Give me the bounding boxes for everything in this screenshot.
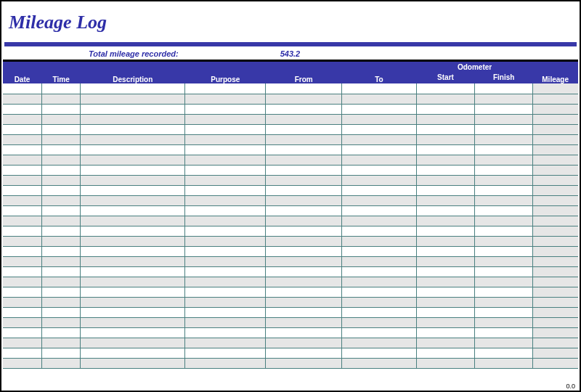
table-cell[interactable] xyxy=(41,124,80,134)
table-cell[interactable] xyxy=(266,327,342,338)
table-cell[interactable] xyxy=(185,216,266,226)
table-cell[interactable] xyxy=(266,307,342,317)
table-cell[interactable] xyxy=(81,246,185,256)
table-cell[interactable] xyxy=(475,175,533,185)
table-cell[interactable] xyxy=(475,114,533,124)
table-cell[interactable] xyxy=(266,358,342,368)
table-cell[interactable] xyxy=(533,277,578,287)
table-cell[interactable] xyxy=(3,327,41,338)
table-cell[interactable] xyxy=(81,358,185,368)
table-cell[interactable] xyxy=(3,246,41,256)
table-cell[interactable] xyxy=(416,83,474,94)
table-cell[interactable] xyxy=(3,266,41,277)
table-cell[interactable] xyxy=(185,175,266,185)
table-cell[interactable] xyxy=(41,165,80,175)
table-cell[interactable] xyxy=(342,195,417,205)
table-cell[interactable] xyxy=(342,358,417,368)
table-cell[interactable] xyxy=(342,287,417,297)
table-cell[interactable] xyxy=(266,246,342,256)
table-cell[interactable] xyxy=(41,236,80,246)
table-cell[interactable] xyxy=(185,144,266,155)
table-cell[interactable] xyxy=(266,114,342,124)
table-cell[interactable] xyxy=(266,297,342,307)
table-cell[interactable] xyxy=(185,114,266,124)
table-cell[interactable] xyxy=(185,124,266,134)
table-cell[interactable] xyxy=(533,338,578,348)
table-cell[interactable] xyxy=(185,83,266,94)
table-cell[interactable] xyxy=(475,297,533,307)
table-cell[interactable] xyxy=(342,297,417,307)
table-cell[interactable] xyxy=(342,236,417,246)
table-cell[interactable] xyxy=(475,348,533,358)
table-cell[interactable] xyxy=(3,297,41,307)
table-cell[interactable] xyxy=(416,327,474,338)
table-cell[interactable] xyxy=(185,104,266,114)
table-cell[interactable] xyxy=(266,94,342,104)
table-cell[interactable] xyxy=(81,195,185,205)
table-cell[interactable] xyxy=(185,307,266,317)
table-cell[interactable] xyxy=(342,205,417,216)
table-cell[interactable] xyxy=(3,348,41,358)
table-cell[interactable] xyxy=(475,94,533,104)
table-cell[interactable] xyxy=(81,104,185,114)
table-cell[interactable] xyxy=(416,358,474,368)
table-cell[interactable] xyxy=(41,155,80,165)
table-cell[interactable] xyxy=(266,205,342,216)
table-cell[interactable] xyxy=(533,297,578,307)
table-cell[interactable] xyxy=(41,83,80,94)
table-cell[interactable] xyxy=(81,307,185,317)
table-cell[interactable] xyxy=(533,165,578,175)
table-cell[interactable] xyxy=(266,165,342,175)
table-cell[interactable] xyxy=(533,246,578,256)
table-cell[interactable] xyxy=(342,155,417,165)
table-cell[interactable] xyxy=(266,124,342,134)
table-cell[interactable] xyxy=(185,287,266,297)
table-cell[interactable] xyxy=(533,317,578,327)
table-cell[interactable] xyxy=(41,226,80,236)
table-cell[interactable] xyxy=(342,175,417,185)
table-cell[interactable] xyxy=(416,246,474,256)
table-cell[interactable] xyxy=(475,155,533,165)
table-cell[interactable] xyxy=(3,175,41,185)
table-cell[interactable] xyxy=(3,287,41,297)
table-cell[interactable] xyxy=(416,134,474,144)
table-cell[interactable] xyxy=(41,348,80,358)
table-cell[interactable] xyxy=(185,165,266,175)
table-cell[interactable] xyxy=(41,114,80,124)
table-cell[interactable] xyxy=(475,327,533,338)
table-cell[interactable] xyxy=(416,104,474,114)
table-cell[interactable] xyxy=(3,307,41,317)
table-cell[interactable] xyxy=(533,185,578,195)
table-cell[interactable] xyxy=(342,216,417,226)
table-cell[interactable] xyxy=(41,175,80,185)
table-cell[interactable] xyxy=(41,185,80,195)
table-cell[interactable] xyxy=(342,94,417,104)
table-cell[interactable] xyxy=(3,155,41,165)
table-cell[interactable] xyxy=(81,175,185,185)
table-cell[interactable] xyxy=(185,246,266,256)
table-cell[interactable] xyxy=(81,114,185,124)
table-cell[interactable] xyxy=(266,185,342,195)
table-cell[interactable] xyxy=(533,205,578,216)
table-cell[interactable] xyxy=(416,348,474,358)
table-cell[interactable] xyxy=(533,134,578,144)
table-cell[interactable] xyxy=(533,114,578,124)
table-cell[interactable] xyxy=(475,226,533,236)
table-cell[interactable] xyxy=(3,216,41,226)
table-cell[interactable] xyxy=(185,134,266,144)
table-cell[interactable] xyxy=(81,226,185,236)
table-cell[interactable] xyxy=(41,266,80,277)
table-cell[interactable] xyxy=(185,195,266,205)
table-cell[interactable] xyxy=(475,83,533,94)
table-cell[interactable] xyxy=(41,246,80,256)
table-cell[interactable] xyxy=(266,175,342,185)
table-cell[interactable] xyxy=(185,317,266,327)
table-cell[interactable] xyxy=(81,297,185,307)
table-cell[interactable] xyxy=(475,277,533,287)
table-cell[interactable] xyxy=(416,165,474,175)
table-cell[interactable] xyxy=(3,195,41,205)
table-cell[interactable] xyxy=(3,236,41,246)
table-cell[interactable] xyxy=(533,155,578,165)
table-cell[interactable] xyxy=(81,256,185,266)
table-cell[interactable] xyxy=(533,307,578,317)
